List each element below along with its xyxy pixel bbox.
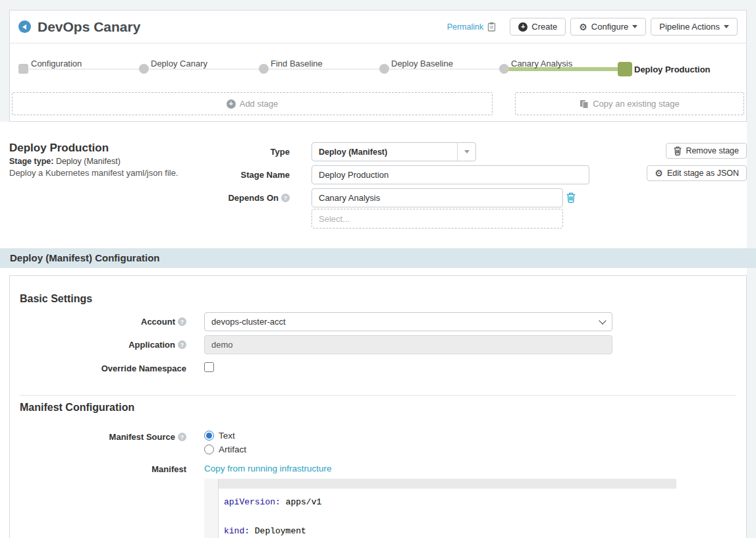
page-background-top [0,0,756,10]
configure-button[interactable]: ⚙ Configure [570,18,646,36]
page-title: DevOps Canary [38,19,140,35]
override-namespace-checkbox[interactable] [204,362,214,372]
code-area[interactable]: apiVersion: apps/v1 kind: Deployment met… [219,479,676,538]
code-line: kind: Deployment [224,527,676,537]
manifest-source-artifact-option[interactable]: Artifact [204,444,612,455]
stage-name-field-label: Stage Name [138,170,290,180]
pipeline-card-header: DevOps Canary Permalink + Create ⚙ Confi… [10,11,746,43]
gear-icon: ⚙ [655,169,663,178]
manifest-source-text-radio[interactable] [204,431,214,441]
stage-node-configuration[interactable] [18,64,28,74]
stage-node-deploy-baseline[interactable] [379,64,389,74]
page-background-left [0,10,9,122]
permalink-link[interactable]: Permalink [447,22,484,32]
chevron-down-icon [632,25,637,28]
manifest-source-text-option[interactable]: Text [204,430,612,441]
manifest-source-label: Manifest Source? [10,432,186,442]
stage-node-deploy-canary[interactable] [139,64,149,74]
depends-on-input[interactable] [311,188,563,207]
edit-json-label: Edit stage as JSON [667,169,739,178]
add-stage-label: Add stage [240,99,279,109]
manifest-label: Manifest [10,464,186,474]
add-stage-button[interactable]: + Add stage [12,92,493,115]
pipeline-card: DevOps Canary Permalink + Create ⚙ Confi… [9,10,747,122]
create-button[interactable]: + Create [510,18,566,36]
gear-icon: ⚙ [579,22,587,32]
plus-circle-icon: + [518,22,527,32]
copy-icon [580,99,589,109]
basic-settings-heading: Basic Settings [20,293,92,305]
back-icon[interactable] [18,20,31,33]
stage-label-canary-analysis[interactable]: Canary Analysis [511,59,572,68]
radio-label-text: Text [219,431,235,441]
stage-type-line: Stage type: Deploy (Manifest) [9,157,227,166]
chevron-down-icon [464,150,470,153]
stage-node-find-baseline[interactable] [259,64,269,74]
manifest-code-editor[interactable]: apiVersion: apps/v1 kind: Deployment met… [204,479,676,538]
depends-on-select-input[interactable] [311,209,563,229]
pipeline-actions-label: Pipeline Actions [659,22,720,32]
copy-from-running-infrastructure-link[interactable]: Copy from running infrastructure [204,464,332,473]
help-icon[interactable]: ? [178,340,186,349]
override-namespace-label: Override Namespace [10,363,186,373]
pipeline-actions-button[interactable]: Pipeline Actions [651,18,738,36]
header-actions: Permalink + Create ⚙ Configure Pipeline … [447,18,738,36]
radio-label-artifact: Artifact [219,444,246,454]
stage-label-deploy-production[interactable]: Deploy Production [634,65,711,74]
remove-stage-label: Remove stage [686,146,739,155]
page-background-right [747,0,756,538]
manifest-source-label-text: Manifest Source [109,432,175,442]
type-field-label: Type [138,147,290,157]
application-input [204,335,612,354]
stage-editor-section: Deploy Production Stage type: Deploy (Ma… [9,142,747,248]
help-icon[interactable]: ? [178,317,186,326]
application-label: Application? [10,340,186,350]
stage-node-deploy-production[interactable] [618,62,632,76]
account-select[interactable]: devops-cluster-acct [204,312,612,331]
stage-label-deploy-canary[interactable]: Deploy Canary [151,59,207,68]
clipboard-icon[interactable] [487,22,496,32]
application-label-text: Application [128,340,175,350]
plus-circle-icon: + [227,99,236,109]
copy-existing-stage-button[interactable]: Copy an existing stage [515,92,744,115]
trash-icon [674,146,682,155]
depends-on-field-label: Depends On? [138,193,290,203]
account-label-text: Account [141,317,175,327]
pipeline-graph: Configuration Deploy Canary Find Baselin… [10,43,746,90]
edit-stage-as-json-button[interactable]: ⚙ Edit stage as JSON [647,165,747,181]
manifest-configuration-heading: Manifest Configuration [20,402,134,414]
copy-stage-label: Copy an existing stage [593,99,680,109]
create-button-label: Create [531,22,557,32]
deploy-manifest-configuration-bar: Deploy (Manifest) Configuration [0,248,756,268]
add-stage-row: + Add stage Copy an existing stage [10,90,746,115]
configure-button-label: Configure [591,22,628,32]
help-icon[interactable]: ? [178,433,186,441]
manifest-source-artifact-radio[interactable] [204,444,214,454]
stage-type-label: Stage type: [9,157,53,166]
chevron-down-icon [724,25,729,28]
remove-dependency-trash-icon[interactable] [566,192,576,203]
depends-on-label-text: Depends On [228,193,279,203]
stage-type-dropdown[interactable]: Deploy (Manifest) [311,142,476,161]
code-editor-gutter [204,479,219,538]
stage-label-find-baseline[interactable]: Find Baseline [271,59,323,68]
remove-stage-button[interactable]: Remove stage [666,143,747,159]
stage-name-input[interactable] [311,165,589,184]
manifest-config-card: Basic Settings Account? devops-cluster-a… [9,275,747,538]
section-divider [20,395,736,396]
stage-type-dropdown-value: Deploy (Manifest) [312,143,457,161]
dropdown-caret-button[interactable] [457,143,475,161]
code-line: apiVersion: apps/v1 [224,498,676,508]
stage-label-deploy-baseline[interactable]: Deploy Baseline [391,59,453,68]
back-arrow-glyph [22,24,26,30]
account-label: Account? [10,317,186,327]
stage-label-configuration[interactable]: Configuration [31,59,82,68]
help-icon[interactable]: ? [281,194,290,202]
stage-node-canary-analysis[interactable] [499,64,509,74]
stage-type-value: Deploy (Manifest) [56,157,121,166]
